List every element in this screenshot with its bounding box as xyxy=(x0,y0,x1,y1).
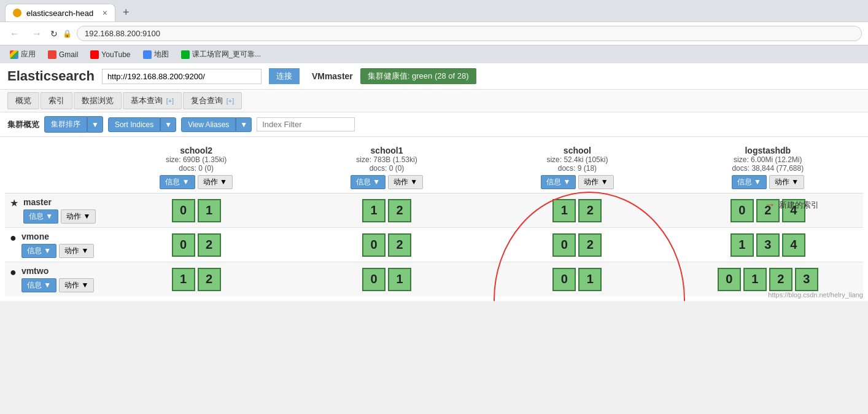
shard-box: 2 xyxy=(578,199,602,222)
col-logstashdb-actions: 信息 ▼ 动作 ▼ xyxy=(678,175,858,189)
master-school1-shard-row: 1 2 xyxy=(294,199,479,222)
tab-indices[interactable]: 索引 xyxy=(41,92,72,109)
school1-info-btn[interactable]: 信息 ▼ xyxy=(351,175,386,189)
tab-basic-query[interactable]: 基本查询 [+] xyxy=(123,92,182,109)
bookmark-maps[interactable]: 地图 xyxy=(138,47,174,61)
reload-button[interactable]: ↻ xyxy=(50,29,58,39)
school1-info-group: 信息 ▼ xyxy=(351,175,386,189)
tab-close-button[interactable]: × xyxy=(103,8,107,18)
vmone-info-btn[interactable]: 信息 ▼ xyxy=(21,244,56,258)
school1-action-btn[interactable]: 动作 ▼ xyxy=(388,175,423,189)
index-filter-input[interactable] xyxy=(257,117,355,131)
shard-box: 2 xyxy=(388,233,411,257)
cluster-sort-group: 集群排序 ▼ xyxy=(44,116,103,133)
sort-indices-group: Sort Indices ▼ xyxy=(108,117,176,132)
col-logstashdb-name: logstashdb xyxy=(678,146,858,155)
vmtwo-actions: 信息 ▼ 动作 ▼ xyxy=(21,278,94,292)
master-info-btn[interactable]: 信息 ▼ xyxy=(23,209,58,224)
vmtwo-info-btn[interactable]: 信息 ▼ xyxy=(21,278,56,292)
vmone-label-cell: ● vmone 信息 ▼ 动作 ▼ xyxy=(5,228,101,262)
vmone-label-inner: vmone 信息 ▼ 动作 ▼ xyxy=(21,232,94,258)
sort-indices-button[interactable]: Sort Indices xyxy=(108,117,160,132)
cluster-sort-dropdown[interactable]: ▼ xyxy=(87,116,103,133)
vmone-name: vmone xyxy=(21,232,94,241)
vmtwo-school1-shards: 0 1 xyxy=(292,262,482,297)
new-tab-button[interactable]: + xyxy=(118,4,134,21)
logstashdb-action-btn[interactable]: 动作 ▼ xyxy=(769,175,804,189)
address-input[interactable] xyxy=(77,26,862,41)
browser-chrome: elasticsearch-head × + ← → ↻ 🔒 应用 Gmail … xyxy=(0,0,868,63)
forward-button[interactable]: → xyxy=(28,27,45,41)
vmone-info-group: 信息 ▼ xyxy=(21,244,56,258)
tab-title: elasticsearch-head xyxy=(26,9,93,18)
col-school2-docs: docs: 0 (0) xyxy=(106,164,286,173)
sort-indices-dropdown[interactable]: ▼ xyxy=(160,117,176,132)
tab-overview[interactable]: 概览 xyxy=(7,92,39,109)
vmtwo-action-group: 动作 ▼ xyxy=(59,278,94,292)
shard-box: 0 xyxy=(172,233,195,257)
back-button[interactable]: ← xyxy=(6,27,23,41)
annotation: → 新建的索引 xyxy=(764,198,819,211)
col-school1-actions: 信息 ▼ 动作 ▼ xyxy=(296,175,477,189)
master-school-shard-row: 1 2 xyxy=(484,199,670,222)
gmail-icon xyxy=(48,50,56,59)
bookmark-apps[interactable]: 应用 xyxy=(5,47,41,61)
shard-box: 0 xyxy=(362,268,386,291)
school2-info-btn[interactable]: 信息 ▼ xyxy=(160,175,195,189)
col-school2-actions: 信息 ▼ 动作 ▼ xyxy=(106,175,286,189)
tab-data-browse[interactable]: 数据浏览 xyxy=(74,92,122,109)
col-school1-docs: docs: 0 (0) xyxy=(296,164,477,173)
address-bar-row: ← → ↻ 🔒 xyxy=(0,21,868,45)
master-school2-shards: 0 1 xyxy=(101,193,291,228)
row-vmone: ● vmone 信息 ▼ 动作 ▼ xyxy=(5,228,863,262)
view-aliases-button[interactable]: View Aliases xyxy=(181,117,236,132)
app-header: Elasticsearch 连接 VMmaster 集群健康值: green (… xyxy=(0,63,868,90)
active-tab[interactable]: elasticsearch-head × xyxy=(5,4,115,21)
cluster-url-input[interactable] xyxy=(102,69,262,84)
master-action-group: 动作 ▼ xyxy=(61,209,96,224)
url-note: https://blog.csdn.net/helry_liang xyxy=(768,291,863,299)
col-logstashdb-size: size: 6.00Mi (12.2Mi) xyxy=(678,155,858,164)
shard-box: 2 xyxy=(769,268,792,291)
col-school-size: size: 52.4ki (105ki) xyxy=(487,155,667,164)
vmone-school1-shards: 0 2 xyxy=(292,228,482,262)
master-label-inner: master 信息 ▼ 动作 ▼ xyxy=(23,197,96,224)
cluster-sort-button[interactable]: 集群排序 xyxy=(44,116,87,133)
school2-action-btn[interactable]: 动作 ▼ xyxy=(198,175,233,189)
logstashdb-info-btn[interactable]: 信息 ▼ xyxy=(732,175,767,189)
col-school1: school1 size: 783B (1.53ki) docs: 0 (0) … xyxy=(292,142,482,193)
cluster-name: VMmaster xyxy=(312,71,353,81)
school-action-btn[interactable]: 动作 ▼ xyxy=(578,175,613,189)
shard-box: 0 xyxy=(730,199,754,222)
tab-compound-query[interactable]: 复合查询 [+] xyxy=(183,92,242,109)
shard-box: 1 xyxy=(198,199,221,222)
col-school-name: school xyxy=(487,146,667,155)
view-aliases-group: View Aliases ▼ xyxy=(181,117,252,132)
shard-box: 1 xyxy=(172,268,195,291)
vmone-action-btn[interactable]: 动作 ▼ xyxy=(59,244,94,258)
column-header-row: school2 size: 690B (1.35ki) docs: 0 (0) … xyxy=(5,142,863,193)
vmone-logstashdb-shards: 1 3 4 xyxy=(673,228,863,262)
vmtwo-dot-icon: ● xyxy=(10,266,17,279)
vmtwo-action-btn[interactable]: 动作 ▼ xyxy=(59,278,94,292)
master-name: master xyxy=(23,197,96,207)
security-indicator: 🔒 xyxy=(63,29,72,38)
col-school2: school2 size: 690B (1.35ki) docs: 0 (0) … xyxy=(101,142,291,193)
master-info-group: 信息 ▼ xyxy=(23,209,58,224)
view-aliases-dropdown[interactable]: ▼ xyxy=(236,117,252,132)
bookmark-gmail-label: Gmail xyxy=(59,50,78,59)
col-school: school size: 52.4ki (105ki) docs: 9 (18)… xyxy=(482,142,672,193)
bookmark-csdn-label: 课工场官网_更可靠... xyxy=(192,49,262,60)
bookmark-csdn[interactable]: 课工场官网_更可靠... xyxy=(176,47,266,61)
bookmark-gmail[interactable]: Gmail xyxy=(43,49,83,61)
connect-button[interactable]: 连接 xyxy=(269,68,300,84)
shard-box: 3 xyxy=(795,268,818,291)
cluster-grid: school2 size: 690B (1.35ki) docs: 0 (0) … xyxy=(5,142,863,296)
shard-box: 1 xyxy=(578,268,602,291)
school1-action-group: 动作 ▼ xyxy=(388,175,423,189)
toolbar-section-label: 集群概览 xyxy=(7,119,39,130)
master-action-btn[interactable]: 动作 ▼ xyxy=(61,209,96,224)
school-info-btn[interactable]: 信息 ▼ xyxy=(541,175,576,189)
bookmark-youtube[interactable]: YouTube xyxy=(85,49,135,61)
shard-box: 1 xyxy=(388,268,411,291)
